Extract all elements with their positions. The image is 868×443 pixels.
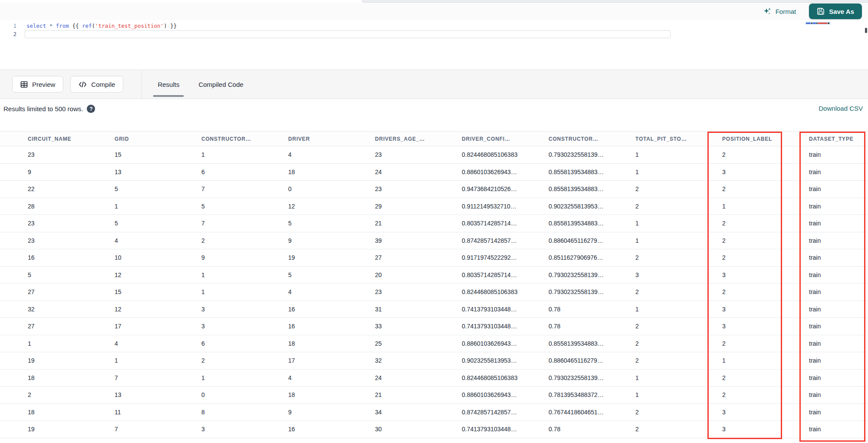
results-table-header: CIRCUIT_NAMEGRIDCONSTRUCTOR…DRIVERDRIVER…: [0, 131, 868, 146]
table-cell: 5: [260, 220, 347, 227]
toolbar-divider: [141, 69, 142, 99]
results-table: CIRCUIT_NAMEGRIDCONSTRUCTOR…DRIVERDRIVER…: [0, 131, 868, 438]
table-cell: 2: [608, 254, 694, 261]
editor-scrollbar-thumb[interactable]: [865, 28, 867, 33]
line-number-1: 1: [0, 23, 16, 29]
results-tabs: Results Compiled Code: [148, 70, 253, 99]
table-cell: 23: [0, 151, 87, 158]
save-as-button[interactable]: Save As: [809, 3, 862, 19]
download-csv-link[interactable]: Download CSV: [819, 105, 863, 112]
code-editor[interactable]: 1 select * from {{ ref('train_test_posit…: [0, 20, 868, 69]
table-cell: 2: [694, 340, 781, 347]
table-cell: 33: [347, 323, 434, 330]
table-cell: 2: [694, 185, 781, 192]
table-cell: 0.8742857142857…: [434, 237, 521, 244]
table-cell: 0.8860465116279…: [521, 357, 608, 364]
table-cell: 0.824468085106383: [434, 151, 521, 158]
table-row: 191217320.9023255813953…0.8860465116279……: [0, 352, 868, 370]
table-cell: 0.9023255813953…: [521, 203, 608, 210]
table-cell: 31: [347, 306, 434, 313]
table-cell: 3: [694, 169, 781, 175]
table-cell: 9: [260, 409, 347, 416]
table-cell: 18: [260, 391, 347, 398]
active-line-cursor-box[interactable]: [25, 30, 671, 38]
editor-minimap[interactable]: [806, 22, 831, 30]
table-cell: 0.8558139534883…: [521, 169, 608, 175]
table-cell: 19: [0, 357, 87, 364]
table-cell: train: [781, 288, 868, 295]
table-cell: 23: [347, 185, 434, 192]
sparkles-icon: [763, 7, 772, 16]
code-token-punct: [46, 23, 49, 29]
table-cell: train: [781, 426, 868, 433]
table-cell: 1: [174, 151, 260, 158]
table-cell: 0.9112149532710…: [434, 203, 521, 210]
column-header-total-pit-sto[interactable]: TOTAL_PIT_STO…: [608, 136, 694, 142]
table-cell: 3: [174, 323, 260, 330]
format-button-label: Format: [776, 8, 796, 15]
table-cell: 24: [347, 374, 434, 381]
table-cell: 25: [347, 340, 434, 347]
code-line-2[interactable]: 2: [0, 30, 868, 38]
table-cell: 18: [0, 374, 87, 381]
compile-button[interactable]: Compile: [70, 76, 123, 93]
column-header-constructor[interactable]: CONSTRUCTOR…: [174, 136, 260, 142]
table-cell: train: [781, 185, 868, 192]
table-row: 213018210.8860103626943…0.7813953488372……: [0, 387, 868, 404]
table-cell: 13: [87, 169, 174, 175]
column-header-driver[interactable]: DRIVER: [260, 136, 347, 142]
table-cell: 0.7674418604651…: [521, 409, 608, 416]
results-panel-toolbar: Preview Compile Results Compiled Code: [0, 69, 868, 99]
preview-button[interactable]: Preview: [12, 76, 63, 93]
table-cell: 12: [87, 271, 174, 278]
table-cell: 0.8558139534883…: [521, 340, 608, 347]
help-icon[interactable]: ?: [87, 105, 95, 113]
column-header-dataset-type[interactable]: DATASET_TYPE: [781, 136, 868, 142]
table-cell: 3: [174, 306, 260, 313]
code-token-punct: ): [164, 23, 167, 29]
table-cell: 21: [347, 391, 434, 398]
table-cell: 34: [347, 409, 434, 416]
table-cell: 1: [174, 271, 260, 278]
table-cell: 7: [87, 426, 174, 433]
table-cell: 4: [87, 340, 174, 347]
table-cell: 0.7930232558139…: [521, 374, 608, 381]
table-cell: 2: [694, 151, 781, 158]
table-cell: train: [781, 391, 868, 398]
table-cell: 32: [347, 357, 434, 364]
minimap-code-line: [806, 23, 829, 24]
save-as-button-label: Save As: [829, 8, 854, 15]
table-cell: 0.78: [521, 426, 608, 433]
code-token-punct: [53, 23, 56, 29]
table-cell: 5: [87, 185, 174, 192]
tab-results[interactable]: Results: [148, 70, 189, 99]
table-row: 913618240.8860103626943…0.8558139534883……: [0, 164, 868, 181]
column-header-driver-confi[interactable]: DRIVER_CONFI…: [434, 136, 521, 142]
column-header-position-label[interactable]: POSITION_LABEL: [694, 136, 781, 142]
table-cell: 4: [87, 237, 174, 244]
table-cell: 5: [174, 203, 260, 210]
table-cell: train: [781, 237, 868, 244]
table-cell: 5: [0, 271, 87, 278]
table-cell: 15: [87, 288, 174, 295]
sql-editor-app: Format Save As 1 select * from {{ ref('t…: [0, 0, 868, 443]
format-button[interactable]: Format: [763, 7, 796, 16]
tab-compiled-code[interactable]: Compiled Code: [189, 70, 253, 99]
table-cell: train: [781, 169, 868, 175]
table-cell: 1: [174, 374, 260, 381]
table-row: 271514230.8244680851063830.7930232558139…: [0, 284, 868, 301]
column-header-circuit-name[interactable]: CIRCUIT_NAME: [0, 136, 87, 142]
table-cell: 29: [347, 203, 434, 210]
table-cell: 2: [694, 237, 781, 244]
table-cell: train: [781, 271, 868, 278]
preview-button-label: Preview: [32, 81, 55, 88]
column-header-constructor[interactable]: CONSTRUCTOR…: [521, 136, 608, 142]
code-line-1[interactable]: 1 select * from {{ ref('train_test_posit…: [0, 22, 868, 30]
active-file-tab-edge[interactable]: [0, 0, 363, 3]
column-header-grid[interactable]: GRID: [87, 136, 174, 142]
column-header-drivers-age[interactable]: DRIVERS_AGE_…: [347, 136, 434, 142]
table-cell: 2: [608, 288, 694, 295]
table-cell: 0: [174, 391, 260, 398]
table-cell: 7: [87, 374, 174, 381]
table-row: 23429390.8742857142857…0.8860465116279…1…: [0, 232, 868, 250]
